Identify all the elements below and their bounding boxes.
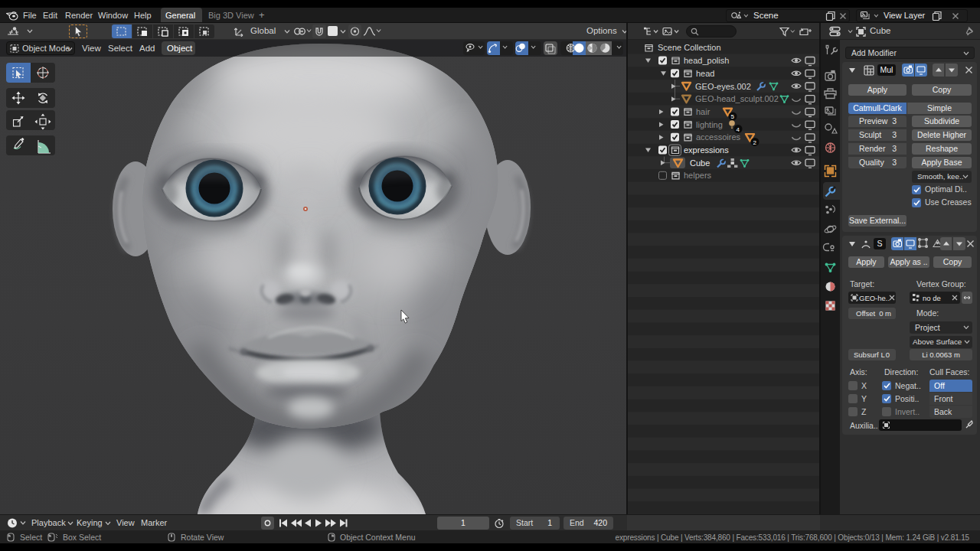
svg-text:2: 2: [753, 139, 757, 146]
svg-text:5: 5: [731, 113, 735, 120]
svg-text:head_polish: head_polish: [684, 56, 729, 65]
svg-text:Cube: Cube: [690, 158, 710, 168]
svg-text:lighting: lighting: [696, 120, 723, 129]
svg-text:expressions: expressions: [684, 145, 729, 155]
svg-text:head: head: [696, 69, 714, 78]
svg-text:GEO-eyes.002: GEO-eyes.002: [695, 82, 751, 91]
svg-text:helpers: helpers: [684, 171, 712, 180]
svg-text:hair: hair: [696, 107, 710, 116]
svg-text:accessoires: accessoires: [696, 132, 741, 142]
svg-text:GEO-head_sculpt.002: GEO-head_sculpt.002: [695, 94, 779, 103]
svg-text:Scene Collection: Scene Collection: [658, 43, 721, 52]
